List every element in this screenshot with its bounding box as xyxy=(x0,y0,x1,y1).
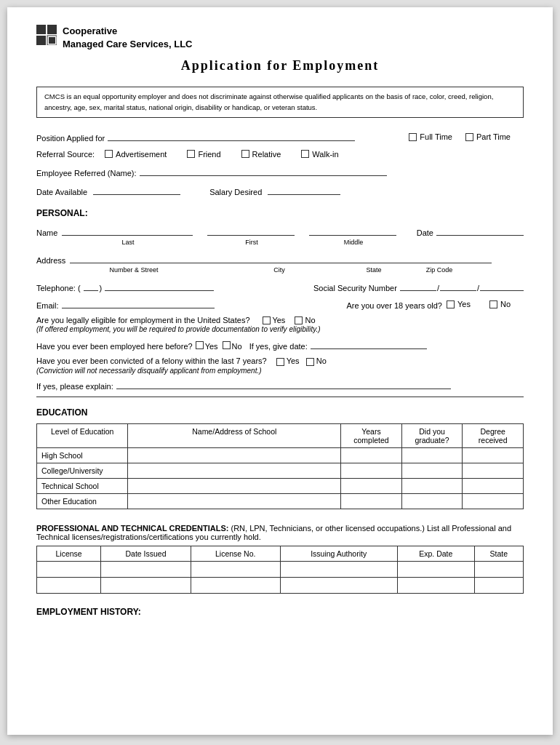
cred-license-no-cell[interactable] xyxy=(191,578,280,594)
application-page: Cooperative Managed Care Services, LLC A… xyxy=(7,7,553,735)
edu-school-cell[interactable] xyxy=(128,463,341,479)
eligible-yes-checkbox[interactable] xyxy=(263,316,271,324)
employed-yes-checkbox[interactable] xyxy=(196,341,204,349)
cred-license-no-cell[interactable] xyxy=(191,562,280,578)
ssn-part3[interactable] xyxy=(480,281,524,291)
cred-exp-date-cell[interactable] xyxy=(397,562,474,578)
felony-yes-checkbox[interactable] xyxy=(276,358,284,366)
employed-no-label: No xyxy=(232,342,242,351)
address-input[interactable] xyxy=(70,253,492,263)
relative-checkbox[interactable] xyxy=(241,150,249,158)
edu-school-cell[interactable] xyxy=(128,448,341,463)
edu-table-row: Other Education xyxy=(37,494,524,509)
cred-col-license: License xyxy=(37,546,101,562)
over18-yes-group: Yes xyxy=(447,300,473,308)
edu-degree-cell[interactable] xyxy=(463,479,524,494)
edu-degree-cell[interactable] xyxy=(463,448,524,463)
felony-yes-label: Yes xyxy=(287,356,300,365)
telephone-label: Telephone: ( xyxy=(36,284,81,292)
date-input[interactable] xyxy=(436,226,524,236)
employee-referred-label: Employee Referred (Name): xyxy=(36,169,137,178)
email-input[interactable] xyxy=(62,298,215,308)
advertisement-checkbox[interactable] xyxy=(105,150,113,158)
cred-issuing-auth-cell[interactable] xyxy=(280,578,397,594)
employed-no-checkbox[interactable] xyxy=(223,341,231,349)
svg-rect-4 xyxy=(49,37,55,44)
edu-degree-cell[interactable] xyxy=(463,463,524,479)
edu-school-cell[interactable] xyxy=(128,479,341,494)
edu-col-degree: Degree received xyxy=(463,424,524,448)
area-code-input[interactable] xyxy=(84,281,98,291)
felony-no-label: No xyxy=(316,356,327,365)
salary-desired-input[interactable] xyxy=(268,185,340,195)
cred-state-cell[interactable] xyxy=(474,578,523,594)
name-label: Name xyxy=(36,228,57,237)
ssn-part1[interactable] xyxy=(400,281,436,291)
education-table: Level of Education Name/Address of Schoo… xyxy=(36,423,524,509)
edu-col-school: Name/Address of School xyxy=(128,424,341,448)
part-time-group: Part Time xyxy=(465,132,513,141)
relative-label: Relative xyxy=(252,150,281,159)
over18-yes-checkbox[interactable] xyxy=(447,300,455,308)
address-row: Address xyxy=(36,253,524,265)
first-sublabel: First xyxy=(208,239,295,246)
edu-col-level: Level of Education xyxy=(37,424,128,448)
employee-referred-input[interactable] xyxy=(140,166,387,176)
friend-checkbox[interactable] xyxy=(187,150,195,158)
walkin-checkbox[interactable] xyxy=(301,150,309,158)
explain-input[interactable] xyxy=(116,379,451,389)
edu-graduate-cell[interactable] xyxy=(401,463,463,479)
cred-state-cell[interactable] xyxy=(474,562,523,578)
email-label: Email: xyxy=(36,301,59,310)
edu-level-cell: High School xyxy=(37,448,128,463)
first-name-input[interactable] xyxy=(207,226,295,236)
cred-col-license-no: License No. xyxy=(191,546,280,562)
education-title: EDUCATION xyxy=(36,407,524,418)
edu-table-row: College/University xyxy=(37,463,524,479)
eligible-row: Are you legally eligible for employment … xyxy=(36,316,524,334)
if-yes-date-label: If yes, give date: xyxy=(249,342,308,351)
date-available-input[interactable] xyxy=(93,185,180,195)
phone-input[interactable] xyxy=(105,281,214,291)
if-yes-date-input[interactable] xyxy=(311,339,427,349)
cred-license-cell[interactable] xyxy=(37,578,101,594)
full-time-checkbox[interactable] xyxy=(409,133,417,141)
friend-group: Friend xyxy=(187,150,223,159)
divider1 xyxy=(36,397,524,397)
edu-school-cell[interactable] xyxy=(128,494,341,509)
position-input[interactable] xyxy=(108,131,355,141)
cred-license-cell[interactable] xyxy=(37,562,101,578)
edu-years-cell[interactable] xyxy=(341,463,402,479)
middle-name-input[interactable] xyxy=(309,226,396,236)
ssn-label: Social Security Number xyxy=(313,284,397,292)
employee-referred-row: Employee Referred (Name): xyxy=(36,166,524,178)
ssn-part2[interactable] xyxy=(440,281,476,291)
part-time-checkbox[interactable] xyxy=(465,133,473,141)
number-street-label: Number & Street xyxy=(76,266,192,274)
credentials-table: License Date Issued License No. Issuing … xyxy=(36,546,524,594)
edu-graduate-cell[interactable] xyxy=(401,494,463,509)
edu-years-cell[interactable] xyxy=(341,448,402,463)
eligible-no-checkbox[interactable] xyxy=(295,316,303,324)
edu-years-cell[interactable] xyxy=(341,494,402,509)
felony-row: Have you ever been convicted of a felony… xyxy=(36,356,524,375)
full-time-group: Full Time xyxy=(409,132,455,141)
city-sublabel: City xyxy=(221,266,337,274)
edu-col-graduate: Did you graduate? xyxy=(401,424,463,448)
cred-date-issued-cell[interactable] xyxy=(101,578,191,594)
edu-graduate-cell[interactable] xyxy=(401,479,463,494)
cred-exp-date-cell[interactable] xyxy=(397,578,474,594)
edu-graduate-cell[interactable] xyxy=(401,448,463,463)
over18-no-checkbox[interactable] xyxy=(489,300,497,308)
phone-ssn-row: Telephone: ( ) Social Security Number / … xyxy=(36,281,524,292)
last-name-input[interactable] xyxy=(62,226,193,236)
edu-degree-cell[interactable] xyxy=(463,494,524,509)
edu-years-cell[interactable] xyxy=(341,479,402,494)
cred-col-state: State xyxy=(474,546,523,562)
cred-issuing-auth-cell[interactable] xyxy=(280,562,397,578)
edu-header-row: Level of Education Name/Address of Schoo… xyxy=(37,424,524,448)
cred-header-row: License Date Issued License No. Issuing … xyxy=(37,546,524,562)
felony-no-checkbox[interactable] xyxy=(306,358,314,366)
friend-label: Friend xyxy=(198,150,220,159)
cred-date-issued-cell[interactable] xyxy=(101,562,191,578)
